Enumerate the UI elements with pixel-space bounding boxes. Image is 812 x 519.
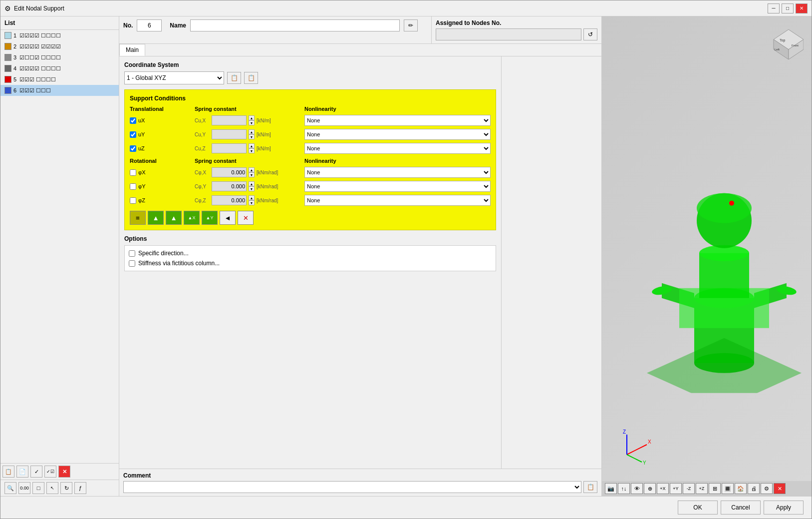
phix-spinners: ▲ ▼: [249, 167, 255, 177]
prev-btn7[interactable]: -Z: [683, 483, 695, 494]
phiz-checkbox[interactable]: [130, 197, 136, 204]
ux-spin-down[interactable]: ▼: [249, 120, 255, 125]
prev-btn11[interactable]: 🏠: [735, 483, 747, 494]
support-action-btn3[interactable]: ▲: [166, 211, 182, 225]
uy-spring-input[interactable]: [212, 129, 247, 139]
list-item[interactable]: 5 ☑☑☑ ☐☐☐☐: [0, 74, 119, 85]
name-field[interactable]: [190, 19, 400, 31]
phiy-dof-label: φY: [138, 183, 145, 189]
prev-btn12[interactable]: 🖨: [748, 483, 760, 494]
uy-checkbox[interactable]: [130, 131, 136, 138]
ok-button[interactable]: OK: [678, 501, 718, 515]
info-button[interactable]: ƒ: [74, 482, 86, 494]
prev-btn3[interactable]: 👁: [631, 483, 643, 494]
list-item[interactable]: 2 ☑☑☑☑ ☑☑☑☑: [0, 41, 119, 52]
no-field[interactable]: [137, 19, 162, 31]
stiffness-fictitious-checkbox[interactable]: [129, 260, 135, 267]
prev-btn6[interactable]: +Y: [670, 483, 682, 494]
phix-nonlin-select[interactable]: None: [304, 167, 491, 178]
phix-checkbox[interactable]: [130, 169, 136, 176]
uy-spin-up[interactable]: ▲: [249, 129, 255, 134]
phiz-nonlin-select[interactable]: None: [304, 195, 491, 206]
list-item[interactable]: 1 ☑☑☑☑ ☐☐☐☐: [0, 30, 119, 41]
ux-unit: [kN/m]: [257, 118, 271, 123]
prev-btn9[interactable]: ⊞: [709, 483, 721, 494]
prev-btn5[interactable]: +X: [657, 483, 669, 494]
uz-nonlin-select[interactable]: None Failure if Cz < 0: [304, 143, 491, 154]
uz-spring-input[interactable]: [212, 143, 247, 153]
coord-action2-button[interactable]: 📋: [244, 72, 258, 84]
prev-btn2[interactable]: ↑↓: [618, 483, 630, 494]
phix-spin-up[interactable]: ▲: [249, 167, 255, 172]
phiz-spring-input[interactable]: [212, 195, 247, 205]
comment-select[interactable]: [123, 481, 581, 493]
ux-checkbox[interactable]: [130, 117, 136, 124]
check-button[interactable]: ✓: [30, 466, 42, 478]
prev-btn10[interactable]: 🔳: [722, 483, 734, 494]
uz-spin-up[interactable]: ▲: [249, 143, 255, 148]
phiz-spin-down[interactable]: ▼: [249, 200, 255, 205]
ux-spring-input[interactable]: [212, 115, 247, 125]
coord-select[interactable]: 1 - Global XYZ 2 - Local: [124, 71, 224, 84]
check2-button[interactable]: ✓☑: [44, 466, 56, 478]
phiy-spring-input[interactable]: [212, 181, 247, 191]
prev-btn1[interactable]: 📷: [605, 483, 617, 494]
uy-spinners: ▲ ▼: [249, 129, 255, 139]
tab-main[interactable]: Main: [119, 44, 145, 56]
uz-spin-down[interactable]: ▼: [249, 148, 255, 153]
assigned-action-button[interactable]: ↺: [583, 28, 597, 40]
prev-btn8[interactable]: +Z: [696, 483, 708, 494]
close-button[interactable]: ✕: [796, 3, 808, 13]
list-item[interactable]: 3 ☑☐☐☑ ☐☐☐☐: [0, 52, 119, 63]
assigned-section: Assigned to Nodes No. ↺: [432, 16, 601, 43]
box-button[interactable]: □: [32, 482, 44, 494]
assigned-field[interactable]: [436, 28, 581, 40]
phiz-spin-up[interactable]: ▲: [249, 195, 255, 200]
view-cube[interactable]: Top Left Front: [769, 24, 804, 59]
minimize-button[interactable]: ─: [768, 3, 780, 13]
uz-nonlin-group: None Failure if Cz < 0: [304, 143, 491, 154]
ux-spin-up[interactable]: ▲: [249, 115, 255, 120]
support-action-btn5[interactable]: ▲Y: [202, 211, 218, 225]
phix-spin-down[interactable]: ▼: [249, 172, 255, 177]
support-action-btn1[interactable]: ≡: [130, 211, 146, 225]
support-action-btn6[interactable]: ◄: [220, 211, 236, 225]
support-action-btn4[interactable]: ▲X: [184, 211, 200, 225]
cursor-button[interactable]: ↖: [46, 482, 58, 494]
comment-input-row: 📋: [123, 481, 597, 493]
phiy-checkbox[interactable]: [130, 183, 136, 190]
uy-spin-down[interactable]: ▼: [249, 134, 255, 139]
list-item[interactable]: 4 ☑☑☑☑ ☐☐☐☐: [0, 63, 119, 74]
phiy-nonlin-select[interactable]: None: [304, 181, 491, 192]
name-edit-button[interactable]: ✏: [404, 19, 418, 31]
prev-btn4[interactable]: ⊕: [644, 483, 656, 494]
comment-action-button[interactable]: 📋: [583, 481, 597, 493]
list-item[interactable]: 6 ☑☑☑ ☐☐☐: [0, 85, 119, 96]
uz-checkbox[interactable]: [130, 145, 136, 152]
coord-action1-button[interactable]: 📋: [227, 72, 241, 84]
maximize-button[interactable]: □: [782, 3, 794, 13]
support-action-btn2[interactable]: ▲: [148, 211, 164, 225]
apply-button[interactable]: Apply: [764, 501, 804, 515]
add-page-button[interactable]: 📋: [2, 466, 14, 478]
prev-btn13[interactable]: ⚙: [761, 483, 773, 494]
options-box: Specific direction... Stiffness via fict…: [124, 245, 496, 271]
phix-spring-input[interactable]: [212, 167, 247, 177]
delete-button[interactable]: ✕: [58, 466, 70, 478]
value-button[interactable]: 0.00: [18, 482, 30, 494]
phiy-spin-down[interactable]: ▼: [249, 186, 255, 191]
phiy-spin-up[interactable]: ▲: [249, 181, 255, 186]
color-indicator: [4, 76, 11, 83]
search-button[interactable]: 🔍: [4, 482, 16, 494]
list-item-label: 3 ☑☐☐☑ ☐☐☐☐: [13, 54, 61, 61]
phiy-spinners: ▲ ▼: [249, 181, 255, 191]
cancel-button[interactable]: Cancel: [721, 501, 761, 515]
prev-btn14[interactable]: ✕: [774, 483, 786, 494]
rotate-button[interactable]: ↻: [60, 482, 72, 494]
ux-nonlin-select[interactable]: None Failure if Cx < 0 Failure if Cx > 0: [304, 115, 491, 126]
svg-line-22: [627, 455, 642, 462]
uy-nonlin-select[interactable]: None Failure if Cy < 0: [304, 129, 491, 140]
specific-direction-checkbox[interactable]: [129, 250, 135, 257]
copy-button[interactable]: 📄: [16, 466, 28, 478]
support-action-btn7[interactable]: ✕: [238, 211, 254, 225]
